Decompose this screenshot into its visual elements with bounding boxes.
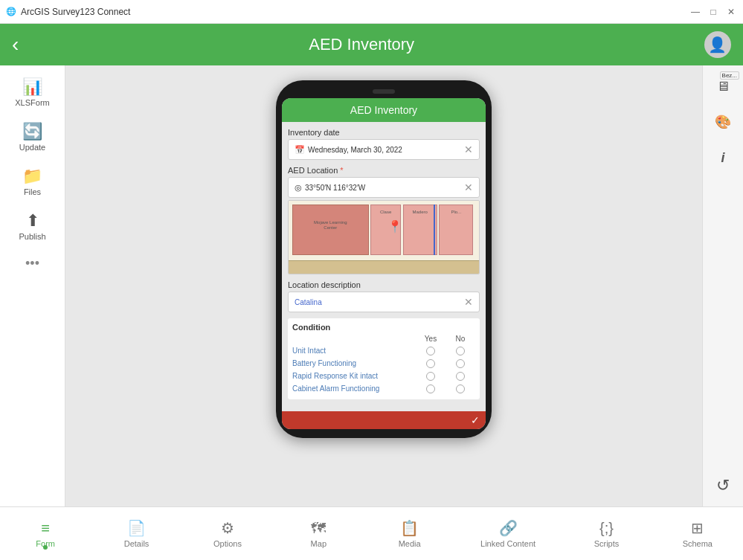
maximize-button[interactable]: □ — [707, 6, 719, 18]
unit-intact-no-radio[interactable] — [446, 347, 475, 355]
phone-screen: AED Inventory Inventory date 📅 Wednesday… — [282, 98, 486, 429]
check-icon: ✓ — [471, 414, 480, 426]
sidebar-item-update[interactable]: 🔄 Update — [3, 116, 62, 158]
tab-details[interactable]: 📄 Details — [111, 516, 163, 551]
calendar-icon: 📅 — [295, 145, 305, 155]
tab-media[interactable]: 📋 Media — [384, 516, 436, 551]
style-tool[interactable]: 🎨 — [708, 107, 738, 137]
inventory-date-value: Wednesday, March 30, 2022 — [308, 146, 402, 154]
map-area[interactable]: Mojave LearningCenter Clase Madero — [288, 200, 480, 274]
phone-frame: AED Inventory Inventory date 📅 Wednesday… — [276, 80, 492, 438]
location-desc-value: Catalina — [295, 298, 322, 306]
rrk-yes-radio[interactable] — [416, 372, 446, 381]
preview-tool[interactable]: 🖥 Bez... — [708, 71, 738, 101]
linked-tab-icon: 🔗 — [499, 519, 518, 537]
media-tab-icon: 📋 — [400, 519, 419, 537]
tab-map[interactable]: 🗺 Map — [292, 517, 344, 551]
sidebar-item-publish[interactable]: ⬆ Publish — [3, 205, 62, 247]
map-tab-icon: 🗺 — [311, 520, 326, 537]
condition-row-battery: Battery Functioning — [292, 357, 475, 370]
aed-location-input[interactable]: ◎ 33°50′N 116°32′W ✕ — [288, 177, 480, 198]
app-title: ArcGIS Survey123 Connect — [21, 7, 130, 17]
center-content: AED Inventory Inventory date 📅 Wednesday… — [65, 65, 702, 506]
details-tab-icon: 📄 — [127, 519, 146, 537]
undo-icon: ↺ — [716, 476, 730, 495]
tab-linked[interactable]: 🔗 Linked Content — [475, 516, 541, 551]
tab-schema[interactable]: ⊞ Schema — [672, 516, 724, 551]
tab-scripts[interactable]: {;} Scripts — [580, 517, 632, 551]
screen-title: AED Inventory — [350, 104, 417, 116]
left-sidebar: 📊 XLSForm 🔄 Update 📁 Files ⬆ Publish ••• — [0, 65, 65, 506]
condition-title: Condition — [292, 323, 475, 332]
condition-label-unit-intact: Unit Intact — [292, 346, 416, 355]
linked-tab-label: Linked Content — [480, 539, 535, 548]
desc-clear-button[interactable]: ✕ — [464, 296, 473, 308]
publish-icon: ⬆ — [26, 211, 39, 231]
form-tab-active-dot — [43, 545, 48, 550]
map-pin: 📍 — [387, 219, 402, 234]
files-icon: 📁 — [22, 167, 42, 186]
options-tab-icon: ⚙ — [221, 519, 234, 537]
close-button[interactable]: ✕ — [725, 6, 737, 18]
schema-tab-label: Schema — [683, 539, 713, 548]
location-clear-button[interactable]: ✕ — [464, 181, 473, 193]
required-marker: * — [340, 166, 343, 175]
title-bar-controls: — □ ✕ — [689, 6, 737, 18]
user-avatar[interactable]: 👤 — [704, 31, 731, 58]
phone-notch — [373, 89, 395, 94]
inventory-date-section: Inventory date 📅 Wednesday, March 30, 20… — [288, 128, 480, 160]
location-coords: 33°50′N 116°32′W — [305, 184, 365, 192]
battery-no-radio[interactable] — [446, 359, 475, 368]
info-icon: i — [721, 150, 724, 166]
options-tab-label: Options — [213, 539, 242, 548]
condition-label-battery: Battery Functioning — [292, 358, 416, 368]
header-title: AED Inventory — [309, 35, 414, 54]
tab-options[interactable]: ⚙ Options — [202, 516, 254, 551]
form-tab-icon: ≡ — [41, 520, 50, 537]
location-desc-section: Location description Catalina ✕ — [288, 280, 480, 312]
cabinet-no-radio[interactable] — [446, 384, 475, 393]
screen-content: Inventory date 📅 Wednesday, March 30, 20… — [282, 122, 486, 411]
app-logo: 🌐 — [6, 7, 16, 16]
main-area: 📊 XLSForm 🔄 Update 📁 Files ⬆ Publish •••… — [0, 65, 743, 506]
sidebar-item-xlsform[interactable]: 📊 XLSForm — [3, 71, 62, 113]
back-button[interactable]: ‹ — [12, 33, 19, 57]
inventory-date-label: Inventory date — [288, 128, 480, 137]
scripts-tab-label: Scripts — [594, 539, 620, 548]
location-desc-input[interactable]: Catalina ✕ — [288, 292, 480, 312]
media-tab-label: Media — [399, 539, 421, 548]
tab-form[interactable]: ≡ Form — [19, 517, 71, 551]
info-tool[interactable]: i — [708, 143, 738, 173]
xlsform-icon: 📊 — [22, 77, 42, 97]
sidebar-more[interactable]: ••• — [25, 250, 39, 277]
no-header: No — [446, 335, 475, 343]
minimize-button[interactable]: — — [689, 6, 701, 18]
inventory-date-input[interactable]: 📅 Wednesday, March 30, 2022 ✕ — [288, 139, 480, 160]
map-tab-label: Map — [311, 539, 327, 548]
condition-row-rrk: Rapid Response Kit intact — [292, 370, 475, 382]
cabinet-yes-radio[interactable] — [416, 384, 446, 393]
condition-label-rrk: Rapid Response Kit intact — [292, 371, 416, 381]
title-bar: 🌐 ArcGIS Survey123 Connect — □ ✕ — [0, 0, 743, 24]
rrk-no-radio[interactable] — [446, 372, 475, 381]
location-icon: ◎ — [295, 183, 302, 193]
condition-label-cabinet: Cabinet Alarm Functioning — [292, 384, 416, 393]
aed-location-label: AED Location * — [288, 166, 480, 175]
screen-bottom-bar: ✓ — [282, 411, 486, 429]
schema-tab-icon: ⊞ — [691, 519, 704, 537]
sidebar-item-files[interactable]: 📁 Files — [3, 161, 62, 202]
scripts-tab-icon: {;} — [599, 520, 614, 537]
condition-header: Yes No — [292, 335, 475, 343]
battery-yes-radio[interactable] — [416, 359, 446, 368]
right-sidebar: 🖥 Bez... 🎨 i ↺ — [702, 65, 743, 506]
condition-row-cabinet: Cabinet Alarm Functioning — [292, 382, 475, 395]
condition-row-unit-intact: Unit Intact — [292, 344, 475, 357]
sidebar-label-xlsform: XLSForm — [15, 98, 49, 107]
yes-header: Yes — [416, 335, 446, 343]
date-clear-button[interactable]: ✕ — [464, 144, 473, 155]
sidebar-label-update: Update — [19, 143, 45, 152]
aed-location-section: AED Location * ◎ 33°50′N 116°32′W ✕ — [288, 166, 480, 274]
unit-intact-yes-radio[interactable] — [416, 347, 446, 355]
undo-tool[interactable]: ↺ — [708, 471, 738, 501]
title-bar-left: 🌐 ArcGIS Survey123 Connect — [6, 7, 130, 17]
